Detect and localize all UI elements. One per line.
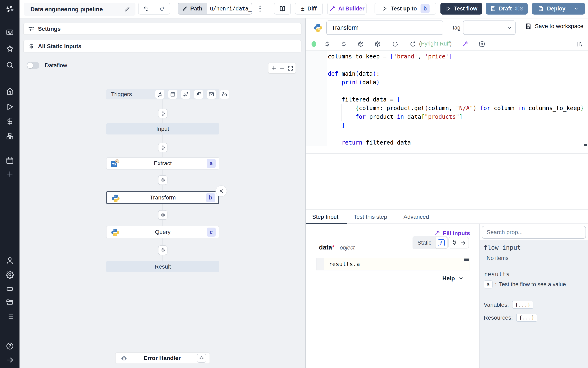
plug-icon[interactable] (451, 240, 457, 246)
poll-trigger-icon[interactable] (220, 90, 229, 99)
dataflow-toggle[interactable] (27, 62, 39, 69)
all-static-inputs-button[interactable]: All Static Inputs (23, 40, 302, 53)
variables-icon[interactable] (0, 117, 19, 126)
input-node[interactable]: Input (106, 123, 219, 135)
editor-settings-icon[interactable] (479, 41, 485, 47)
expression-value[interactable]: results.a (329, 261, 360, 267)
logs-icon[interactable] (0, 312, 19, 320)
http-route-trigger-icon[interactable] (181, 90, 190, 99)
workers-icon[interactable] (0, 285, 19, 293)
add-step-button[interactable] (158, 210, 168, 220)
reload-icon[interactable] (410, 41, 416, 47)
static-inputs-icon[interactable] (324, 41, 331, 47)
add-step-button[interactable] (158, 245, 168, 255)
search-prop-input[interactable]: Search prop... (482, 226, 586, 239)
remove-step-button[interactable] (216, 185, 227, 197)
resources-row[interactable]: Resources: {...} (484, 314, 537, 322)
schedule-trigger-icon[interactable] (168, 90, 177, 99)
ai-assist-icon[interactable] (462, 41, 468, 47)
flow-input-section[interactable]: flow_input (484, 244, 521, 251)
reload-icon[interactable] (392, 41, 398, 47)
code-line[interactable]: filtered_data = [ (328, 95, 584, 104)
code-editor[interactable]: columns_to_keep = ['brand', 'price']def … (306, 50, 588, 146)
static-mode-option[interactable]: Static (413, 240, 436, 246)
tab-advanced[interactable]: Advanced (404, 210, 429, 224)
redo-button[interactable] (154, 3, 170, 14)
javascript-mode-option[interactable]: ƒ (436, 237, 447, 248)
code-line[interactable]: ] (328, 121, 584, 130)
code-line[interactable] (328, 130, 584, 138)
workspace-icon[interactable] (0, 28, 19, 37)
email-trigger-icon[interactable] (207, 90, 216, 99)
add-error-handler-button[interactable] (197, 354, 206, 363)
windmill-logo[interactable] (0, 4, 19, 14)
code-line[interactable]: for product in data["products"] (328, 112, 584, 121)
runs-icon[interactable] (0, 103, 19, 111)
step-label: Transform (107, 194, 218, 201)
package-icon[interactable] (358, 41, 364, 47)
path-input[interactable]: u/henri/data_ (207, 3, 252, 14)
variables-row[interactable]: Variables: {...} (484, 301, 533, 309)
tag-select[interactable] (463, 20, 516, 35)
docs-button[interactable] (274, 3, 291, 15)
webhook-trigger-icon[interactable] (155, 90, 164, 99)
collapse-arrow-icon[interactable] (0, 356, 19, 364)
step-node-extract[interactable]: TS Extract a (106, 157, 219, 170)
triggers-node[interactable]: Triggers (106, 89, 219, 100)
step-node-transform[interactable]: Transform b (106, 191, 219, 204)
library-icon[interactable] (577, 41, 583, 47)
arrow-right-icon[interactable] (460, 240, 466, 246)
fill-inputs-button[interactable]: Fill inputs (434, 230, 470, 237)
user-icon[interactable] (0, 256, 19, 265)
code-line[interactable]: print(data) (328, 78, 584, 87)
result-row[interactable]: a : Test the flow to see a value (484, 280, 566, 288)
code-line[interactable]: {column: product.get(column, "N/A") for … (328, 104, 584, 112)
code-line[interactable]: columns_to_keep = ['brand', 'price'] (328, 52, 584, 61)
home-icon[interactable] (0, 87, 19, 95)
fit-view-icon[interactable] (287, 65, 294, 71)
draft-button[interactable]: Draft ⌘S (486, 3, 528, 15)
help-toggle[interactable]: Help (442, 275, 464, 282)
add-icon[interactable] (0, 170, 19, 178)
test-flow-button[interactable]: Test flow (440, 3, 482, 15)
tab-test-this-step[interactable]: Test this step (354, 210, 387, 224)
ai-builder-button[interactable]: AI Builder (327, 3, 367, 15)
folders-icon[interactable] (0, 298, 19, 306)
resources-icon[interactable] (0, 132, 19, 140)
search-icon[interactable] (0, 61, 19, 69)
tab-step-input[interactable]: Step Input (312, 210, 338, 224)
save-to-workspace-button[interactable]: Save to workspace (525, 23, 583, 29)
star-icon[interactable] (0, 45, 19, 53)
test-up-to-button[interactable]: Test up to b (375, 3, 436, 15)
undo-button[interactable] (139, 3, 154, 14)
step-name-input[interactable]: Transform (326, 20, 443, 35)
help-icon[interactable] (0, 342, 19, 350)
diff-button[interactable]: ±Diff (295, 3, 323, 15)
add-step-button[interactable] (158, 175, 168, 185)
add-step-button[interactable] (158, 143, 168, 152)
settings-button[interactable]: Settings (23, 23, 302, 35)
expression-editor[interactable]: results.a (316, 258, 470, 270)
zoom-out-icon[interactable] (279, 65, 285, 71)
settings-gear-icon[interactable] (0, 271, 19, 279)
code-line[interactable] (328, 61, 584, 70)
deploy-button[interactable]: Deploy (532, 3, 585, 15)
add-step-button[interactable] (158, 109, 168, 118)
result-node[interactable]: Result (106, 261, 219, 272)
error-handler-node[interactable]: Error Handler (115, 352, 210, 364)
code-line[interactable] (328, 87, 584, 95)
flow-title-box[interactable]: Data engineering pipeline (24, 3, 135, 16)
zoom-in-icon[interactable] (271, 65, 277, 71)
results-section[interactable]: results (484, 271, 510, 278)
static-inputs-icon[interactable] (341, 41, 347, 47)
package-icon[interactable] (374, 41, 381, 47)
kafka-trigger-icon[interactable] (194, 90, 203, 99)
path-button[interactable]: Path (178, 3, 207, 14)
code-line[interactable]: return filtered_data (328, 138, 584, 147)
edit-title-pencil-icon[interactable] (124, 6, 130, 12)
code-line[interactable]: def main(data): (328, 70, 584, 78)
more-menu-button[interactable] (256, 4, 265, 13)
schedules-icon[interactable] (0, 156, 19, 165)
step-node-query[interactable]: Query c (106, 226, 219, 238)
save-icon (525, 23, 531, 29)
